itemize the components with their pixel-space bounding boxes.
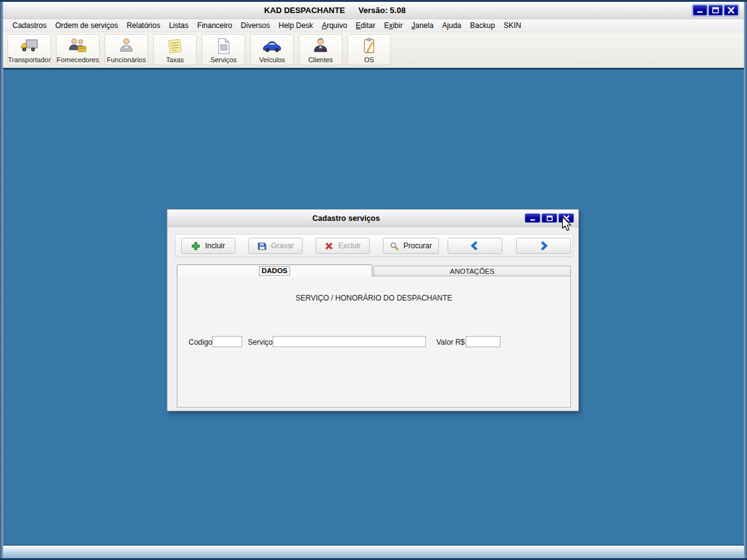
window-border-top: [0, 0, 747, 2]
menu-item-backup[interactable]: Backup: [466, 19, 499, 32]
menu-item-arquivo[interactable]: Arquivo: [317, 19, 352, 32]
toolbar-button-os[interactable]: OS: [347, 34, 391, 65]
toolbar-button-label: Serviços: [210, 56, 237, 64]
procurar-button[interactable]: Procurar: [383, 238, 439, 254]
window-border-bottom-strip: [3, 546, 744, 558]
menu-item-editar[interactable]: Editar: [352, 19, 380, 32]
delete-icon: [324, 241, 334, 251]
menu-item-help-desk[interactable]: Help Desk: [275, 19, 317, 32]
tab-panel-dados: SERVIÇO / HONORÁRIO DO DESPACHANTE Codig…: [177, 276, 571, 408]
menu-item-exibir[interactable]: Exibir: [380, 19, 407, 32]
toolbar-button-label: Veículos: [259, 56, 285, 64]
maximize-icon: [546, 215, 553, 222]
toolbar: Transportador Fornecedores: [3, 32, 744, 68]
toolbar-button-label: Funcionários: [107, 56, 146, 64]
add-icon: [191, 241, 200, 251]
toolbar-button-transportador[interactable]: Transportador: [7, 34, 51, 65]
toolbar-button-label: Transportador: [8, 56, 51, 64]
toolbar-button-funcionarios[interactable]: Funcionários: [105, 34, 148, 65]
excluir-label: Excluir: [338, 241, 360, 250]
maximize-button[interactable]: [708, 5, 723, 16]
toolbar-button-fornecedores[interactable]: Fornecedores: [56, 34, 100, 65]
gravar-button[interactable]: Gravar: [248, 238, 303, 254]
app-title-text: KAD DESPACHANTE: [264, 6, 345, 15]
taxes-note-icon: [165, 35, 185, 56]
dialog-minimize-button[interactable]: [525, 213, 540, 223]
toolbar-button-label: Taxas: [166, 56, 184, 64]
app-version-text: Versão: 5.08: [359, 6, 406, 15]
menu-item-listas[interactable]: Listas: [164, 19, 192, 32]
menu-item-ajuda[interactable]: Ajuda: [438, 19, 466, 32]
toolbar-button-clientes[interactable]: Clientes: [299, 34, 342, 65]
excluir-button[interactable]: Excluir: [316, 238, 370, 254]
employee-icon: [116, 35, 136, 56]
window-title: KAD DESPACHANTE Versão: 5.08: [3, 6, 692, 15]
window-chrome: KAD DESPACHANTE Versão: 5.08 Cadastros O…: [3, 2, 744, 70]
minimize-icon: [529, 215, 537, 222]
save-icon: [257, 241, 266, 251]
chevron-right-icon: [538, 240, 549, 251]
servico-input[interactable]: [273, 336, 426, 347]
valor-label: Valor R$: [436, 338, 465, 347]
incluir-label: Incluir: [205, 241, 225, 250]
section-heading: SERVIÇO / HONORÁRIO DO DESPACHANTE: [177, 294, 570, 302]
chevron-left-icon: [469, 240, 481, 251]
maximize-icon: [712, 7, 720, 14]
dialog-title: Cadastro serviços: [167, 214, 525, 223]
close-icon: [727, 7, 735, 14]
valor-input[interactable]: [466, 336, 500, 347]
mouse-cursor: [561, 216, 573, 233]
search-icon: [390, 241, 399, 251]
toolbar-separator: [3, 68, 744, 70]
titlebar[interactable]: KAD DESPACHANTE Versão: 5.08: [3, 2, 744, 19]
clipboard-icon: [359, 35, 379, 56]
toolbar-button-servicos[interactable]: Serviços: [202, 34, 245, 65]
toolbar-button-label: OS: [364, 56, 374, 64]
cadastro-servicos-window: Cadastro serviços Incluir: [167, 209, 579, 411]
gravar-label: Gravar: [271, 241, 294, 250]
servico-label: Serviço: [248, 338, 273, 347]
dialog-maximize-button[interactable]: [542, 213, 557, 223]
window-border-right: [744, 2, 747, 558]
document-icon: [214, 35, 233, 56]
dialog-titlebar[interactable]: Cadastro serviços: [167, 210, 578, 227]
next-record-button[interactable]: [516, 238, 571, 254]
suppliers-icon: [68, 35, 88, 56]
menu-item-ordem-de-servicos[interactable]: Ordem de serviços: [51, 19, 123, 32]
client-icon: [311, 35, 331, 56]
codigo-input[interactable]: [212, 336, 242, 347]
toolbar-button-label: Clientes: [308, 56, 333, 64]
menubar: Cadastros Ordem de serviços Relatórios L…: [3, 19, 744, 32]
tab-anotacoes-label: ANOTAÇÕES: [450, 268, 494, 275]
toolbar-button-veiculos[interactable]: Veículos: [250, 34, 294, 65]
menu-item-cadastros[interactable]: Cadastros: [8, 19, 51, 32]
previous-record-button[interactable]: [448, 238, 502, 254]
minimize-button[interactable]: [693, 5, 707, 16]
tab-dados-label: DADOS: [259, 266, 290, 276]
incluir-button[interactable]: Incluir: [181, 238, 235, 254]
window-border-left: [0, 2, 3, 558]
menu-item-diversos[interactable]: Diversos: [237, 19, 275, 32]
toolbar-button-taxas[interactable]: Taxas: [153, 34, 197, 65]
tab-dados[interactable]: DADOS: [177, 264, 372, 276]
toolbar-button-label: Fornecedores: [57, 56, 99, 64]
car-icon: [261, 35, 283, 56]
dialog-button-bar: Incluir Gravar Excluir Procurar: [175, 234, 573, 257]
close-button[interactable]: [724, 5, 738, 16]
minimize-icon: [696, 7, 704, 14]
tab-anotacoes[interactable]: ANOTAÇÕES: [374, 266, 571, 276]
menu-item-janela[interactable]: Janela: [407, 19, 438, 32]
truck-icon: [19, 35, 39, 56]
menu-item-financeiro[interactable]: Financeiro: [193, 19, 237, 32]
menu-item-relatorios[interactable]: Relatórios: [122, 19, 164, 32]
procurar-label: Procurar: [403, 241, 432, 250]
codigo-label: Codigo: [189, 338, 212, 347]
window-controls: [692, 4, 740, 17]
application-window: KAD DESPACHANTE Versão: 5.08 Cadastros O…: [0, 0, 747, 560]
menu-item-skin[interactable]: SKIN: [499, 19, 525, 32]
